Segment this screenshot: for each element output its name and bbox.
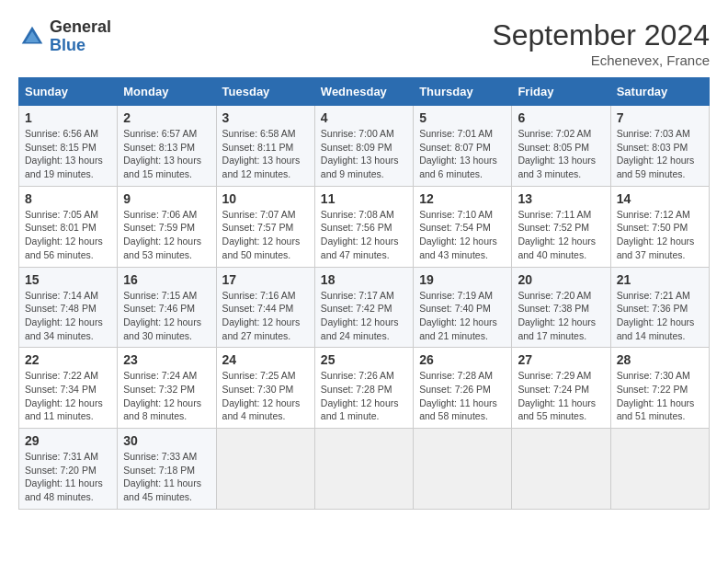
calendar-cell: 3Sunrise: 6:58 AMSunset: 8:11 PMDaylight…	[216, 106, 314, 187]
calendar-cell: 22Sunrise: 7:22 AMSunset: 7:34 PMDayligh…	[19, 348, 118, 429]
day-number: 22	[25, 352, 111, 367]
logo: General Blue	[18, 18, 111, 55]
day-number: 1	[25, 110, 111, 125]
calendar-table: SundayMondayTuesdayWednesdayThursdayFrid…	[18, 77, 710, 510]
day-number: 19	[419, 272, 506, 287]
day-info: Sunrise: 7:19 AMSunset: 7:40 PMDaylight:…	[419, 289, 506, 343]
weekday-header: Saturday	[610, 78, 709, 106]
day-number: 30	[123, 433, 210, 448]
day-info: Sunrise: 7:17 AMSunset: 7:42 PMDaylight:…	[321, 289, 407, 343]
calendar-cell	[216, 429, 314, 510]
calendar-cell: 17Sunrise: 7:16 AMSunset: 7:44 PMDayligh…	[216, 267, 314, 348]
calendar-week-row: 1Sunrise: 6:56 AMSunset: 8:15 PMDaylight…	[19, 106, 710, 187]
day-number: 27	[518, 352, 604, 367]
day-info: Sunrise: 6:56 AMSunset: 8:15 PMDaylight:…	[25, 127, 111, 181]
day-info: Sunrise: 7:08 AMSunset: 7:56 PMDaylight:…	[321, 208, 407, 262]
day-number: 3	[222, 110, 309, 125]
day-info: Sunrise: 7:15 AMSunset: 7:46 PMDaylight:…	[123, 289, 210, 343]
day-number: 2	[123, 110, 210, 125]
day-number: 23	[123, 352, 210, 367]
calendar-cell: 25Sunrise: 7:26 AMSunset: 7:28 PMDayligh…	[314, 348, 413, 429]
weekday-header: Sunday	[19, 78, 118, 106]
day-number: 4	[321, 110, 407, 125]
calendar-cell: 20Sunrise: 7:20 AMSunset: 7:38 PMDayligh…	[512, 267, 610, 348]
calendar-cell	[414, 429, 512, 510]
weekday-header: Monday	[118, 78, 216, 106]
logo-general: General	[50, 18, 111, 37]
day-info: Sunrise: 7:28 AMSunset: 7:26 PMDaylight:…	[419, 369, 506, 423]
day-info: Sunrise: 6:57 AMSunset: 8:13 PMDaylight:…	[123, 127, 210, 181]
calendar-cell	[610, 429, 709, 510]
day-info: Sunrise: 7:14 AMSunset: 7:48 PMDaylight:…	[25, 289, 111, 343]
calendar-header-row: SundayMondayTuesdayWednesdayThursdayFrid…	[19, 78, 710, 106]
day-info: Sunrise: 7:29 AMSunset: 7:24 PMDaylight:…	[518, 369, 604, 423]
day-info: Sunrise: 7:01 AMSunset: 8:07 PMDaylight:…	[419, 127, 506, 181]
calendar-week-row: 29Sunrise: 7:31 AMSunset: 7:20 PMDayligh…	[19, 429, 710, 510]
weekday-header: Friday	[512, 78, 610, 106]
calendar-cell: 29Sunrise: 7:31 AMSunset: 7:20 PMDayligh…	[19, 429, 118, 510]
day-info: Sunrise: 7:06 AMSunset: 7:59 PMDaylight:…	[123, 208, 210, 262]
calendar-week-row: 8Sunrise: 7:05 AMSunset: 8:01 PMDaylight…	[19, 186, 710, 267]
day-info: Sunrise: 7:10 AMSunset: 7:54 PMDaylight:…	[419, 208, 506, 262]
day-info: Sunrise: 7:22 AMSunset: 7:34 PMDaylight:…	[25, 369, 111, 423]
calendar-body: 1Sunrise: 6:56 AMSunset: 8:15 PMDaylight…	[19, 106, 710, 510]
day-info: Sunrise: 6:58 AMSunset: 8:11 PMDaylight:…	[222, 127, 309, 181]
day-info: Sunrise: 7:07 AMSunset: 7:57 PMDaylight:…	[222, 208, 309, 262]
day-info: Sunrise: 7:03 AMSunset: 8:03 PMDaylight:…	[617, 127, 703, 181]
day-number: 17	[222, 272, 309, 287]
calendar-cell: 8Sunrise: 7:05 AMSunset: 8:01 PMDaylight…	[19, 186, 118, 267]
day-number: 11	[321, 191, 407, 206]
day-number: 28	[617, 352, 703, 367]
day-info: Sunrise: 7:00 AMSunset: 8:09 PMDaylight:…	[321, 127, 407, 181]
day-number: 26	[419, 352, 506, 367]
day-number: 9	[123, 191, 210, 206]
day-info: Sunrise: 7:02 AMSunset: 8:05 PMDaylight:…	[518, 127, 604, 181]
day-info: Sunrise: 7:20 AMSunset: 7:38 PMDaylight:…	[518, 289, 604, 343]
day-info: Sunrise: 7:05 AMSunset: 8:01 PMDaylight:…	[25, 208, 111, 262]
calendar-cell: 10Sunrise: 7:07 AMSunset: 7:57 PMDayligh…	[216, 186, 314, 267]
day-number: 21	[617, 272, 703, 287]
calendar-cell: 28Sunrise: 7:30 AMSunset: 7:22 PMDayligh…	[610, 348, 709, 429]
day-number: 14	[617, 191, 703, 206]
day-number: 12	[419, 191, 506, 206]
calendar-cell: 14Sunrise: 7:12 AMSunset: 7:50 PMDayligh…	[610, 186, 709, 267]
logo-blue: Blue	[50, 37, 111, 55]
day-number: 16	[123, 272, 210, 287]
calendar-cell: 7Sunrise: 7:03 AMSunset: 8:03 PMDaylight…	[610, 106, 709, 187]
calendar-cell: 16Sunrise: 7:15 AMSunset: 7:46 PMDayligh…	[118, 267, 216, 348]
calendar-cell: 11Sunrise: 7:08 AMSunset: 7:56 PMDayligh…	[314, 186, 413, 267]
day-number: 8	[25, 191, 111, 206]
calendar-week-row: 15Sunrise: 7:14 AMSunset: 7:48 PMDayligh…	[19, 267, 710, 348]
calendar-cell: 2Sunrise: 6:57 AMSunset: 8:13 PMDaylight…	[118, 106, 216, 187]
calendar-cell: 4Sunrise: 7:00 AMSunset: 8:09 PMDaylight…	[314, 106, 413, 187]
calendar-cell: 23Sunrise: 7:24 AMSunset: 7:32 PMDayligh…	[118, 348, 216, 429]
day-info: Sunrise: 7:21 AMSunset: 7:36 PMDaylight:…	[617, 289, 703, 343]
title-block: September 2024 Echenevex, France	[492, 18, 710, 68]
logo-icon	[18, 23, 46, 51]
day-info: Sunrise: 7:26 AMSunset: 7:28 PMDaylight:…	[321, 369, 407, 423]
calendar-cell: 30Sunrise: 7:33 AMSunset: 7:18 PMDayligh…	[118, 429, 216, 510]
calendar-cell: 15Sunrise: 7:14 AMSunset: 7:48 PMDayligh…	[19, 267, 118, 348]
day-number: 6	[518, 110, 604, 125]
calendar-cell: 6Sunrise: 7:02 AMSunset: 8:05 PMDaylight…	[512, 106, 610, 187]
calendar-cell: 18Sunrise: 7:17 AMSunset: 7:42 PMDayligh…	[314, 267, 413, 348]
day-info: Sunrise: 7:16 AMSunset: 7:44 PMDaylight:…	[222, 289, 309, 343]
location: Echenevex, France	[492, 52, 710, 68]
calendar-cell: 19Sunrise: 7:19 AMSunset: 7:40 PMDayligh…	[414, 267, 512, 348]
day-number: 18	[321, 272, 407, 287]
day-number: 25	[321, 352, 407, 367]
page-header: General Blue September 2024 Echenevex, F…	[18, 18, 710, 68]
calendar-week-row: 22Sunrise: 7:22 AMSunset: 7:34 PMDayligh…	[19, 348, 710, 429]
day-number: 13	[518, 191, 604, 206]
day-number: 10	[222, 191, 309, 206]
logo-text: General Blue	[50, 18, 111, 55]
calendar-cell: 9Sunrise: 7:06 AMSunset: 7:59 PMDaylight…	[118, 186, 216, 267]
calendar-cell: 26Sunrise: 7:28 AMSunset: 7:26 PMDayligh…	[414, 348, 512, 429]
weekday-header: Thursday	[414, 78, 512, 106]
calendar-cell: 27Sunrise: 7:29 AMSunset: 7:24 PMDayligh…	[512, 348, 610, 429]
month-title: September 2024	[492, 18, 710, 52]
day-number: 29	[25, 433, 111, 448]
weekday-header: Tuesday	[216, 78, 314, 106]
day-info: Sunrise: 7:31 AMSunset: 7:20 PMDaylight:…	[25, 450, 111, 504]
day-number: 24	[222, 352, 309, 367]
